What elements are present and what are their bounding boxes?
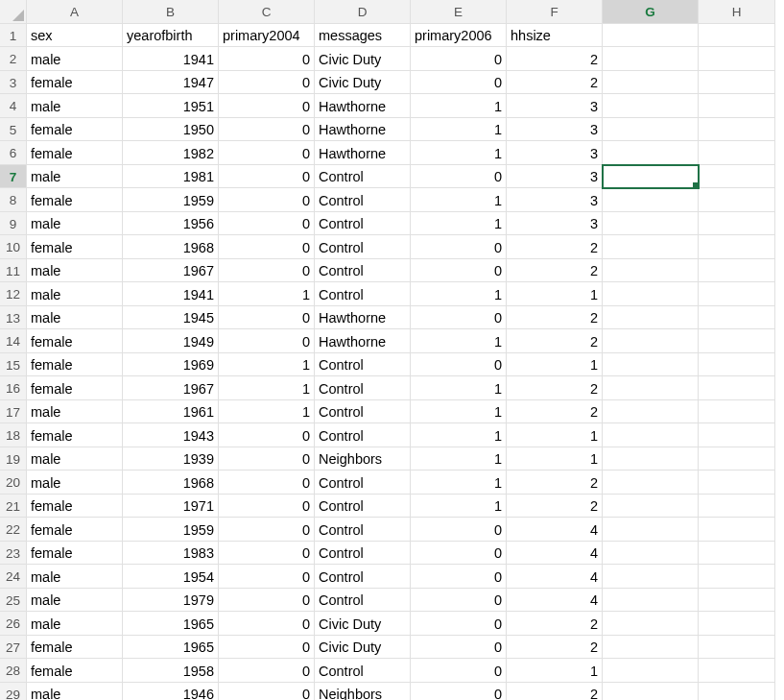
row-header[interactable]: 11 — [0, 259, 27, 283]
cell[interactable]: 0 — [219, 329, 315, 353]
cell[interactable]: 3 — [507, 165, 603, 189]
cell[interactable] — [603, 212, 699, 236]
row-header[interactable]: 7 — [0, 165, 27, 189]
cell[interactable]: 0 — [411, 165, 507, 189]
cell[interactable] — [603, 589, 699, 613]
cell[interactable]: 1947 — [123, 71, 219, 95]
cell[interactable]: Control — [315, 235, 411, 259]
cell[interactable] — [603, 636, 699, 660]
cell[interactable]: 1 — [219, 282, 315, 306]
cell[interactable]: 1968 — [123, 235, 219, 259]
cell[interactable]: 3 — [507, 94, 603, 118]
cell[interactable]: 1 — [411, 400, 507, 424]
cell[interactable]: 1959 — [123, 188, 219, 212]
cell[interactable] — [603, 565, 699, 589]
cell[interactable]: 0 — [411, 542, 507, 566]
cell[interactable]: 2 — [507, 259, 603, 283]
cell[interactable]: 0 — [219, 188, 315, 212]
column-header[interactable]: C — [219, 0, 315, 24]
row-header[interactable]: 16 — [0, 376, 27, 400]
cell[interactable]: 1982 — [123, 141, 219, 165]
cell[interactable] — [603, 518, 699, 542]
cell[interactable] — [603, 71, 699, 95]
cell[interactable] — [603, 683, 699, 701]
cell[interactable]: male — [27, 683, 123, 701]
cell[interactable] — [699, 447, 775, 471]
select-all-corner[interactable] — [0, 0, 27, 24]
cell[interactable]: 0 — [219, 589, 315, 613]
row-header[interactable]: 18 — [0, 423, 27, 447]
cell[interactable]: 4 — [507, 589, 603, 613]
cell[interactable]: Civic Duty — [315, 636, 411, 660]
row-header[interactable]: 26 — [0, 612, 27, 636]
cell[interactable] — [699, 329, 775, 353]
row-header[interactable]: 29 — [0, 683, 27, 701]
cell[interactable] — [699, 542, 775, 566]
cell[interactable]: male — [27, 94, 123, 118]
column-header[interactable]: G — [603, 0, 699, 24]
cell[interactable]: 0 — [219, 94, 315, 118]
cell[interactable]: 1965 — [123, 612, 219, 636]
cell[interactable]: 0 — [219, 212, 315, 236]
cell[interactable]: 2 — [507, 71, 603, 95]
cell[interactable]: Hawthorne — [315, 118, 411, 142]
cell[interactable]: 1983 — [123, 542, 219, 566]
cell[interactable] — [603, 495, 699, 519]
cell[interactable]: male — [27, 306, 123, 330]
cell[interactable]: Civic Duty — [315, 47, 411, 71]
row-header[interactable]: 14 — [0, 329, 27, 353]
cell[interactable]: Control — [315, 495, 411, 519]
cell[interactable]: 3 — [507, 212, 603, 236]
cell[interactable]: 0 — [219, 235, 315, 259]
cell[interactable]: 0 — [411, 565, 507, 589]
cell[interactable]: Control — [315, 376, 411, 400]
cell[interactable]: 1 — [219, 353, 315, 377]
cell[interactable]: 1 — [411, 94, 507, 118]
cell[interactable]: 2 — [507, 329, 603, 353]
column-header[interactable]: B — [123, 0, 219, 24]
cell[interactable]: female — [27, 518, 123, 542]
cell[interactable]: 0 — [411, 518, 507, 542]
cell[interactable]: 1 — [411, 329, 507, 353]
cell[interactable]: Control — [315, 659, 411, 683]
cell[interactable]: 1 — [411, 471, 507, 495]
cell[interactable]: 0 — [219, 495, 315, 519]
row-header[interactable]: 8 — [0, 188, 27, 212]
cell[interactable]: 2 — [507, 400, 603, 424]
cell[interactable]: hhsize — [507, 24, 603, 48]
cell[interactable]: Control — [315, 400, 411, 424]
cell[interactable]: 1941 — [123, 47, 219, 71]
cell[interactable]: 0 — [411, 589, 507, 613]
cell[interactable]: 1968 — [123, 471, 219, 495]
row-header[interactable]: 3 — [0, 71, 27, 95]
cell[interactable]: 0 — [411, 659, 507, 683]
cell[interactable]: yearofbirth — [123, 24, 219, 48]
cell[interactable]: Civic Duty — [315, 612, 411, 636]
row-header[interactable]: 20 — [0, 471, 27, 495]
cell[interactable]: female — [27, 118, 123, 142]
cell[interactable]: primary2004 — [219, 24, 315, 48]
cell[interactable]: 1981 — [123, 165, 219, 189]
cell[interactable]: 0 — [411, 636, 507, 660]
cell[interactable]: 4 — [507, 518, 603, 542]
cell[interactable]: female — [27, 235, 123, 259]
cell[interactable]: 1 — [411, 212, 507, 236]
cell[interactable] — [699, 165, 775, 189]
cell[interactable] — [603, 282, 699, 306]
cell[interactable]: 1979 — [123, 589, 219, 613]
cell[interactable]: 0 — [219, 259, 315, 283]
cell[interactable]: 3 — [507, 118, 603, 142]
cell[interactable]: male — [27, 400, 123, 424]
cell[interactable]: male — [27, 282, 123, 306]
cell[interactable]: 1965 — [123, 636, 219, 660]
cell[interactable]: 4 — [507, 565, 603, 589]
cell[interactable]: Control — [315, 259, 411, 283]
cell[interactable]: Control — [315, 188, 411, 212]
cell[interactable]: 0 — [411, 71, 507, 95]
column-header[interactable]: E — [411, 0, 507, 24]
cell[interactable] — [603, 423, 699, 447]
cell[interactable]: male — [27, 565, 123, 589]
cell[interactable]: Hawthorne — [315, 306, 411, 330]
cell[interactable]: Control — [315, 165, 411, 189]
cell[interactable]: male — [27, 259, 123, 283]
